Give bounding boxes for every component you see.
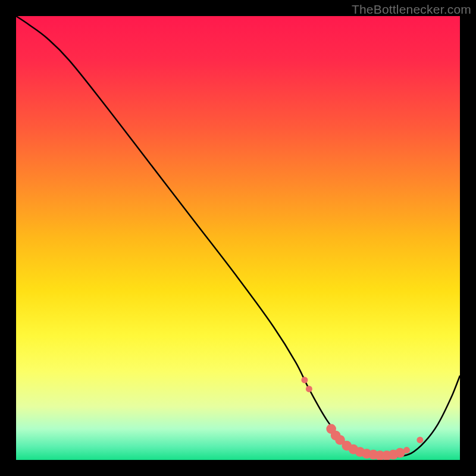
bottleneck-curve	[16, 16, 460, 460]
highlight-dot	[416, 437, 423, 443]
plot-area	[16, 16, 460, 460]
highlight-dot	[306, 386, 312, 392]
watermark-text: TheBottlenecker.com	[352, 2, 471, 17]
highlight-dot	[395, 448, 405, 458]
chart-frame: TheBottlenecker.com	[0, 0, 476, 476]
curve-line	[16, 16, 460, 457]
highlight-dot	[301, 377, 308, 383]
highlight-dots	[301, 377, 423, 460]
highlight-dot	[403, 447, 410, 453]
